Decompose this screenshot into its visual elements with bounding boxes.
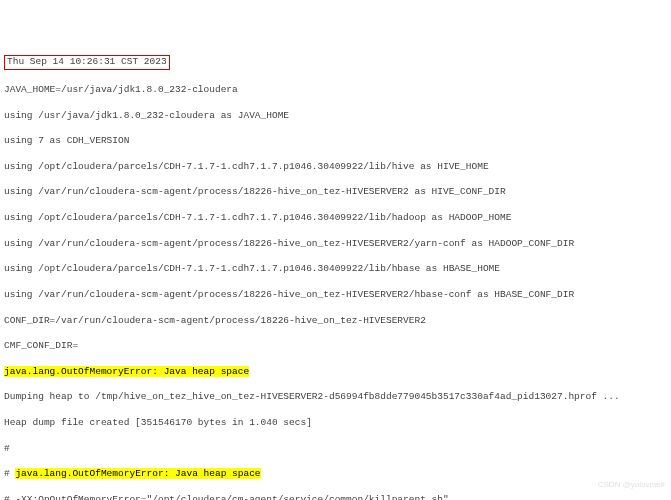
oom-error: java.lang.OutOfMemoryError: Java heap sp… xyxy=(4,366,249,377)
heap-dump-line: Dumping heap to /tmp/hive_on_tez_hive_on… xyxy=(4,391,667,404)
heap-dump-line: Heap dump file created [351546170 bytes … xyxy=(4,417,667,430)
watermark: CSDN @yolovme# xyxy=(598,480,665,491)
hash-prefix: # xyxy=(4,468,15,479)
timestamp-box: Thu Sep 14 10:26:31 CST 2023 xyxy=(4,55,170,70)
log-line: using /opt/cloudera/parcels/CDH-7.1.7-1.… xyxy=(4,212,667,225)
log-line: using /var/run/cloudera-scm-agent/proces… xyxy=(4,289,667,302)
log-line: CMF_CONF_DIR= xyxy=(4,340,667,353)
log-line: using /var/run/cloudera-scm-agent/proces… xyxy=(4,238,667,251)
log-line: using /opt/cloudera/parcels/CDH-7.1.7-1.… xyxy=(4,161,667,174)
oom-error: java.lang.OutOfMemoryError: Java heap sp… xyxy=(15,468,260,479)
log-line: using /usr/java/jdk1.8.0_232-cloudera as… xyxy=(4,110,667,123)
log-line: JAVA_HOME=/usr/java/jdk1.8.0_232-clouder… xyxy=(4,84,667,97)
log-line: using /opt/cloudera/parcels/CDH-7.1.7-1.… xyxy=(4,263,667,276)
log-line: # -XX:OnOutOfMemoryError="/opt/cloudera/… xyxy=(4,494,667,500)
log-line: using /var/run/cloudera-scm-agent/proces… xyxy=(4,186,667,199)
log-line: # xyxy=(4,443,667,456)
log-line: using 7 as CDH_VERSION xyxy=(4,135,667,148)
log-line: CONF_DIR=/var/run/cloudera-scm-agent/pro… xyxy=(4,315,667,328)
